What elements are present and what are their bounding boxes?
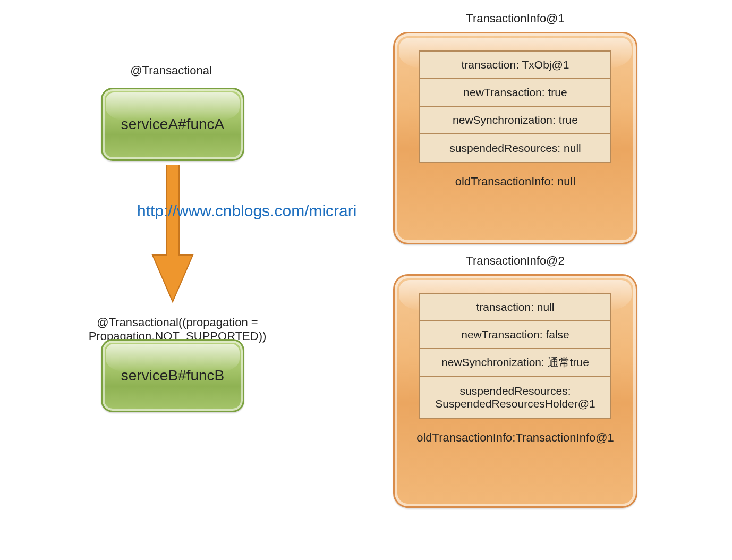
transaction-info-panel-2: transaction: null newTransaction: false … bbox=[393, 274, 637, 508]
arrow-down-icon bbox=[151, 165, 194, 303]
annotation-transactional-a: @Transactional bbox=[101, 64, 241, 78]
table-row: newSynchronization: true bbox=[420, 107, 610, 134]
panel1-table: transaction: TxObj@1 newTransaction: tru… bbox=[419, 50, 611, 163]
panel2-footer: oldTransactionInfo:TransactionInfo@1 bbox=[407, 431, 623, 445]
service-a-text: serviceA#funcA bbox=[121, 116, 225, 133]
table-row: newTransaction: true bbox=[420, 79, 610, 107]
table-row: suspendedResources: null bbox=[420, 134, 610, 162]
panel1-title: TransactionInfo@1 bbox=[393, 12, 637, 26]
table-row: newTransaction: false bbox=[420, 321, 610, 349]
table-row: newSynchronization: 通常true bbox=[420, 349, 610, 377]
table-row: transaction: TxObj@1 bbox=[420, 52, 610, 79]
watermark-url: http://www.cnblogs.com/micrari bbox=[137, 202, 356, 220]
transaction-info-panel-1: transaction: TxObj@1 newTransaction: tru… bbox=[393, 32, 637, 244]
service-a-box: serviceA#funcA bbox=[101, 88, 244, 161]
service-b-text: serviceB#funcB bbox=[121, 367, 225, 384]
table-row: transaction: null bbox=[420, 294, 610, 321]
panel1-footer: oldTransactionInfo: null bbox=[407, 175, 623, 189]
table-row: suspendedResources: SuspendedResourcesHo… bbox=[420, 377, 610, 418]
panel2-title: TransactionInfo@2 bbox=[393, 254, 637, 268]
service-b-box: serviceB#funcB bbox=[101, 339, 244, 412]
panel2-table: transaction: null newTransaction: false … bbox=[419, 293, 611, 419]
